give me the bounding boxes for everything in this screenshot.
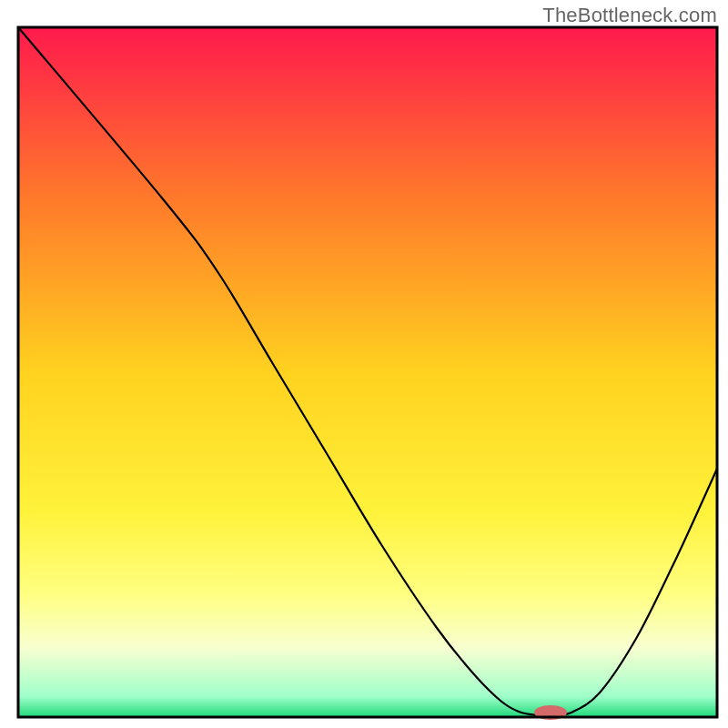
chart-canvas: TheBottleneck.com bbox=[0, 0, 728, 728]
chart-svg bbox=[0, 0, 728, 728]
plot-background bbox=[18, 27, 717, 717]
